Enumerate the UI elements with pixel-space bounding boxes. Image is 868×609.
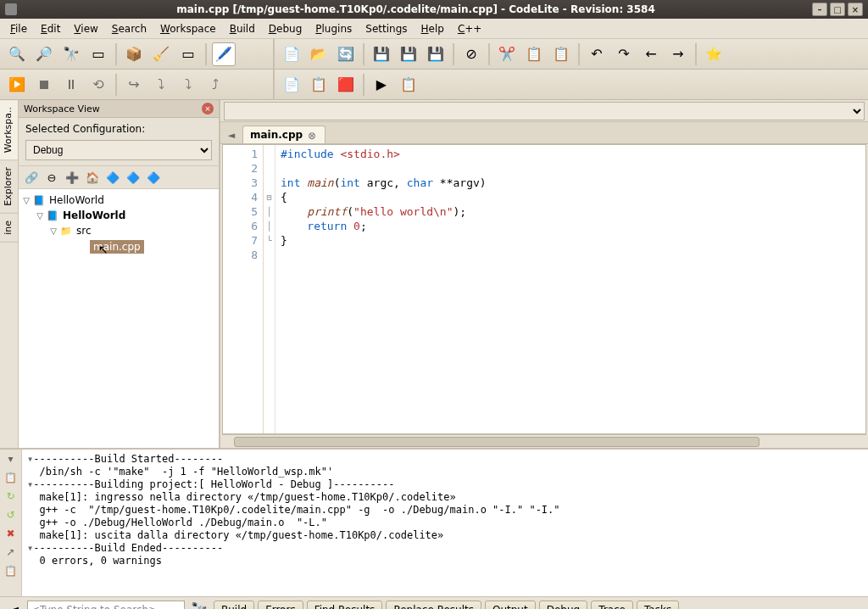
step-into-icon[interactable]: ⤵ xyxy=(149,73,173,97)
editor-section: ◄ main.cpp ⊗ 12345678 ⊟││└ #include <std… xyxy=(220,100,868,448)
tree-folder-src[interactable]: ▽📁src xyxy=(20,223,217,238)
side-tab-workspace[interactable]: Workspa.. xyxy=(0,100,18,160)
open-icon[interactable]: 📂 xyxy=(307,42,331,66)
btn-replace-results[interactable]: Replace Results xyxy=(386,601,481,610)
menu-edit[interactable]: Edit xyxy=(34,20,67,37)
ws2-icon[interactable]: 🔷 xyxy=(124,169,142,186)
menu-debug[interactable]: Debug xyxy=(262,20,309,37)
out-stop-icon[interactable]: ✖ xyxy=(4,528,18,541)
save-all-icon[interactable]: 💾 xyxy=(424,42,448,66)
find-icon[interactable]: 🔍 xyxy=(5,42,29,66)
tree-workspace-root[interactable]: ▽📘HelloWorld xyxy=(20,193,217,208)
play-icon[interactable]: ▶ xyxy=(370,73,393,97)
btn-output[interactable]: Output xyxy=(485,601,536,610)
link-icon[interactable]: 🔗 xyxy=(22,169,41,186)
side-tab-outline[interactable]: ine xyxy=(0,214,18,243)
stop-icon[interactable]: ⏹ xyxy=(32,73,56,97)
app-icon xyxy=(5,3,17,15)
build-icon[interactable]: 📦 xyxy=(122,42,146,66)
bookmark-icon[interactable]: ⭐ xyxy=(702,42,726,66)
out-copy-icon[interactable]: 📋 xyxy=(4,565,18,578)
maximize-button[interactable]: □ xyxy=(830,3,845,16)
close-button[interactable]: × xyxy=(848,3,863,16)
pause-icon[interactable]: ⏸ xyxy=(59,73,83,97)
search-binoculars-icon[interactable]: 🔭 xyxy=(190,601,209,610)
config-label: Selected Configuration: xyxy=(19,118,219,137)
output-panel: ▾ 📋 ↻ ↺ ✖ ↗ 📋 ▾----------Build Started--… xyxy=(0,448,868,596)
output-body[interactable]: ▾----------Build Started-------- /bin/sh… xyxy=(22,450,868,596)
add-icon[interactable]: ➕ xyxy=(63,169,81,186)
clean-icon[interactable]: 🧹 xyxy=(149,42,173,66)
menu-view[interactable]: View xyxy=(67,20,104,37)
workspace-panel-title-text: Workspace View xyxy=(24,103,100,115)
ws1-icon[interactable]: 🔷 xyxy=(103,169,122,186)
highlight-icon[interactable]: 🖊️ xyxy=(212,42,236,66)
editor-hscroll[interactable] xyxy=(222,434,866,448)
copy-icon[interactable]: 📋 xyxy=(522,42,546,66)
tree-project[interactable]: ▽📘HelloWorld xyxy=(20,208,217,223)
out-clear-icon[interactable]: ▾ xyxy=(4,453,18,467)
pane-nav-icon[interactable]: ◄ xyxy=(5,601,22,610)
cut-icon[interactable]: ✂️ xyxy=(495,42,519,66)
new-file-icon[interactable]: 📄 xyxy=(280,42,303,66)
btn-find-results[interactable]: Find Results xyxy=(307,601,383,610)
out-up-icon[interactable]: ↻ xyxy=(4,490,18,504)
menu-cpp[interactable]: C++ xyxy=(451,20,489,37)
btn-debug[interactable]: Debug xyxy=(539,601,587,610)
xtra5-icon[interactable]: 📋 xyxy=(397,73,420,97)
btn-trace[interactable]: Trace xyxy=(591,601,633,610)
output-sidebar: ▾ 📋 ↻ ↺ ✖ ↗ 📋 xyxy=(0,450,22,596)
menu-search[interactable]: Search xyxy=(105,20,153,37)
step-into2-icon[interactable]: ⤵ xyxy=(176,73,200,97)
btn-tasks[interactable]: Tasks xyxy=(637,601,679,610)
out-nav-icon[interactable]: ↗ xyxy=(4,546,18,560)
close-file-icon[interactable]: ⊘ xyxy=(459,42,483,66)
workspace-tree[interactable]: ▽📘HelloWorld ▽📘HelloWorld ▽📁src main.cpp… xyxy=(19,189,219,448)
ws3-icon[interactable]: 🔷 xyxy=(144,169,163,186)
out-down-icon[interactable]: ↺ xyxy=(4,509,18,522)
editor-body[interactable]: 12345678 ⊟││└ #include <stdio.h> int mai… xyxy=(222,144,866,434)
menu-file[interactable]: File xyxy=(3,20,34,37)
tab-prev-icon[interactable]: ◄ xyxy=(224,126,239,143)
code-area[interactable]: #include <stdio.h> int main(int argc, ch… xyxy=(275,145,865,433)
menu-help[interactable]: Help xyxy=(415,20,451,37)
step-over-icon[interactable]: ↪ xyxy=(122,73,146,97)
xtra1-icon[interactable]: 📄 xyxy=(280,73,303,97)
side-tab-explorer[interactable]: Explorer xyxy=(0,160,18,214)
editor-scope-select[interactable] xyxy=(224,102,865,120)
refresh-icon[interactable]: 🔄 xyxy=(334,42,358,66)
collapse-icon[interactable]: ⊖ xyxy=(42,169,61,186)
redo-icon[interactable]: ↷ xyxy=(612,42,636,66)
menu-settings[interactable]: Settings xyxy=(359,20,414,37)
out-wrap-icon[interactable]: 📋 xyxy=(4,472,18,485)
save-icon[interactable]: 💾 xyxy=(370,42,393,66)
tree-file-main[interactable]: main.cpp xyxy=(20,238,217,255)
btn-build[interactable]: Build xyxy=(214,601,254,610)
fold-column[interactable]: ⊟││└ xyxy=(264,145,275,433)
save-as-icon[interactable]: 💾 xyxy=(397,42,420,66)
run-icon[interactable]: ▶️ xyxy=(5,73,29,97)
minimize-button[interactable]: – xyxy=(812,3,827,16)
menu-plugins[interactable]: Plugins xyxy=(309,20,359,37)
find-replace-icon[interactable]: 🔎 xyxy=(32,42,56,66)
forward-icon[interactable]: → xyxy=(666,42,690,66)
config-select[interactable]: Debug xyxy=(25,140,212,160)
undo-icon[interactable]: ↶ xyxy=(585,42,609,66)
binoculars-icon[interactable]: 🔭 xyxy=(59,42,83,66)
xtra2-icon[interactable]: 📋 xyxy=(307,73,331,97)
menu-build[interactable]: Build xyxy=(223,20,262,37)
editor-tab-main[interactable]: main.cpp ⊗ xyxy=(242,126,326,143)
resource-icon[interactable]: ▭ xyxy=(86,42,110,66)
xtra3-icon[interactable]: 🟥 xyxy=(334,73,358,97)
panel-close-icon[interactable]: × xyxy=(202,103,214,115)
tab-close-icon[interactable]: ⊗ xyxy=(308,130,318,140)
btn-errors[interactable]: Errors xyxy=(258,601,303,610)
restart-icon[interactable]: ⟲ xyxy=(86,73,110,97)
home-icon[interactable]: 🏠 xyxy=(83,169,102,186)
paste-icon[interactable]: 📋 xyxy=(549,42,573,66)
step-out-icon[interactable]: ⤴ xyxy=(203,73,227,97)
search-input[interactable]: <Type String to Search> xyxy=(27,601,185,610)
menu-workspace[interactable]: Workspace xyxy=(153,20,223,37)
back-icon[interactable]: ← xyxy=(639,42,663,66)
stop-build-icon[interactable]: ▭ xyxy=(176,42,200,66)
